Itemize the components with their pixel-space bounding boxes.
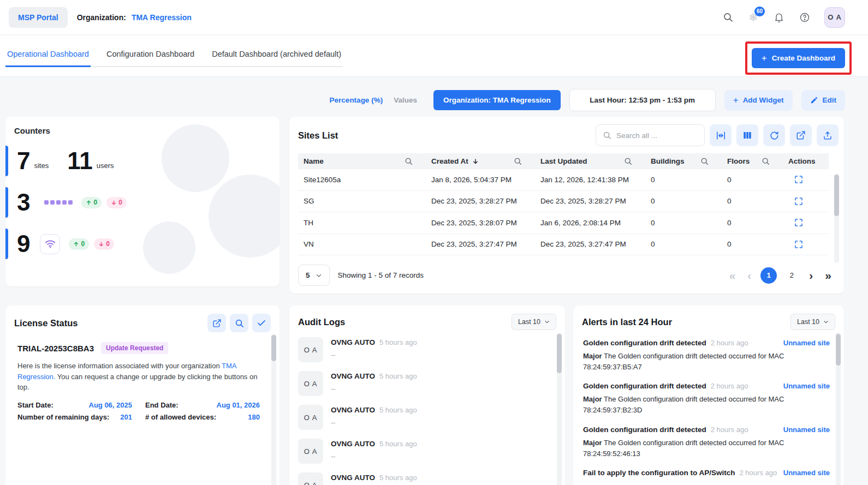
msp-portal-button[interactable]: MSP Portal [9, 7, 68, 28]
table-row[interactable]: SG Dec 23, 2025, 3:28:27 PM Dec 23, 2025… [298, 191, 829, 213]
alert-site-link[interactable]: Unnamed site [783, 339, 830, 347]
list-item[interactable]: O A OVNG AUTO5 hours ago -- [298, 371, 552, 396]
sites-users-stat-row: 7 sites 11 users [5, 144, 280, 178]
page-size-select[interactable]: 5 [298, 265, 330, 286]
page-2-button[interactable]: 2 [783, 267, 800, 284]
cell-created-at: Dec 23, 2025, 3:28:07 PM [426, 219, 535, 227]
list-item[interactable]: O A OVNG AUTO5 hours ago -- [298, 472, 552, 485]
column-search-icon[interactable] [700, 157, 709, 165]
scrollbar-track[interactable] [557, 333, 562, 485]
audit-header: Audit Logs Last 10 [289, 306, 565, 337]
switches-count: 3 [17, 190, 30, 214]
next-page-button[interactable]: › [805, 270, 817, 281]
column-header-buildings[interactable]: Buildings [645, 157, 722, 165]
list-item[interactable]: O A OVNG AUTO5 hours ago -- [298, 439, 552, 464]
open-in-new-button[interactable] [207, 314, 226, 332]
cell-last-updated: Dec 23, 2025, 3:28:27 PM [535, 197, 645, 205]
tab-default-dashboard[interactable]: Default Dashboard (archived default) [210, 50, 343, 66]
upload-icon [823, 130, 833, 140]
audit-logs-widget: Audit Logs Last 10 O A OVNG AUTO5 hours … [289, 306, 565, 485]
export-button[interactable] [817, 124, 839, 146]
list-item[interactable]: O A OVNG AUTO5 hours ago -- [298, 337, 552, 362]
alert-site-link[interactable]: Unnamed site [783, 426, 830, 434]
alerts-list: Golden configuration drift detected 2 ho… [573, 337, 844, 477]
users-count: 11 [67, 149, 93, 173]
scrollbar-thumb[interactable] [557, 334, 562, 373]
cell-floors: 0 [722, 197, 783, 205]
alert-site-link[interactable]: Unnamed site [783, 382, 830, 390]
table-row[interactable]: TH Dec 23, 2025, 3:28:07 PM Jan 6, 2026,… [298, 212, 829, 234]
search-icon[interactable] [722, 11, 734, 23]
create-dashboard-button[interactable]: + Create Dashboard [752, 48, 845, 68]
column-header-created-at[interactable]: Created At [426, 157, 535, 165]
column-header-floors[interactable]: Floors [722, 157, 783, 165]
users-stat: 11 users [67, 149, 114, 173]
time-range-selector[interactable]: Last Hour: 12:53 pm - 1:53 pm [569, 89, 716, 111]
first-page-button[interactable]: « [726, 270, 740, 281]
list-item[interactable]: Golden configuration drift detected 2 ho… [583, 339, 830, 373]
notifications-bell-icon[interactable] [773, 11, 785, 23]
open-in-new-button[interactable] [790, 124, 812, 146]
alerts-header: Alerts in last 24 Hour Last 10 [573, 306, 844, 337]
table-row[interactable]: Site12605a Jan 8, 2026, 5:04:37 PM Jan 1… [298, 169, 829, 191]
refresh-button[interactable] [763, 124, 785, 146]
prev-page-button[interactable]: ‹ [744, 270, 755, 281]
column-search-icon[interactable] [762, 157, 770, 165]
notification-count-badge: 60 [754, 7, 765, 16]
add-widget-label: Add Widget [743, 96, 784, 104]
percentage-toggle[interactable]: Percentage (%) [330, 96, 383, 104]
alert-title: Fail to apply the configuration to AP/Sw… [583, 469, 735, 477]
row-expand-button[interactable] [788, 239, 804, 249]
accent-bar [5, 187, 8, 218]
license-search-button[interactable] [230, 314, 248, 332]
whats-new-snowflake-icon[interactable]: ❄ 60 [747, 11, 759, 23]
scrollbar-track[interactable] [836, 333, 841, 485]
audit-filter-button[interactable]: Last 10 [512, 314, 556, 330]
scrollbar-thumb[interactable] [271, 335, 276, 361]
last-page-button[interactable]: » [821, 270, 835, 281]
scrollbar-track[interactable] [834, 173, 839, 263]
list-item[interactable]: Fail to apply the configuration to AP/Sw… [583, 469, 830, 477]
column-search-icon[interactable] [405, 157, 413, 165]
organization-filter-button[interactable]: Organization: TMA Regression [433, 90, 561, 110]
search-icon [603, 131, 611, 140]
users-label: users [97, 161, 114, 173]
list-item[interactable]: Golden configuration drift detected 2 ho… [583, 382, 830, 416]
edit-button[interactable]: Edit [801, 90, 846, 111]
help-icon[interactable] [799, 11, 811, 23]
search-document-icon [235, 319, 244, 328]
scrollbar-thumb[interactable] [834, 175, 839, 216]
cell-created-at: Dec 23, 2025, 3:27:47 PM [426, 240, 535, 248]
list-item[interactable]: Golden configuration drift detected 2 ho… [583, 426, 830, 459]
chevron-down-icon [544, 319, 550, 325]
scrollbar-thumb[interactable] [836, 334, 841, 366]
cell-floors: 0 [722, 176, 783, 184]
list-item[interactable]: O A OVNG AUTO5 hours ago -- [298, 405, 552, 430]
columns-button[interactable] [736, 124, 758, 146]
row-expand-button[interactable] [788, 218, 804, 227]
alert-site-link[interactable]: Unnamed site [783, 469, 830, 477]
column-search-icon[interactable] [514, 157, 522, 165]
pager-nav: « ‹ 1 2 › » [726, 267, 835, 284]
column-header-name[interactable]: Name [298, 157, 426, 165]
alerts-filter-button[interactable]: Last 10 [790, 314, 835, 330]
avatar: O A [298, 472, 323, 485]
values-toggle[interactable]: Values [394, 96, 417, 104]
fit-columns-button[interactable] [710, 124, 732, 146]
scrollbar-track[interactable] [271, 334, 276, 485]
tab-operational-dashboard[interactable]: Operational Dashboard [5, 50, 91, 67]
add-widget-button[interactable]: + Add Widget [724, 90, 793, 111]
column-header-last-updated[interactable]: Last Updated [535, 157, 645, 165]
license-approve-button[interactable] [252, 314, 271, 332]
row-expand-button[interactable] [788, 196, 804, 206]
row-expand-button[interactable] [788, 175, 804, 184]
organization-name-link[interactable]: TMA Regression [132, 13, 192, 22]
cell-buildings: 0 [645, 197, 722, 205]
column-search-icon[interactable] [624, 157, 632, 165]
table-row[interactable]: VN Dec 23, 2025, 3:27:47 PM Dec 23, 2025… [298, 234, 829, 256]
user-avatar[interactable]: O A [824, 7, 845, 28]
page-1-button[interactable]: 1 [760, 267, 777, 284]
sites-search-input[interactable] [616, 131, 698, 140]
tab-configuration-dashboard[interactable]: Configuration Dashboard [105, 50, 196, 66]
plus-icon: + [733, 95, 739, 105]
